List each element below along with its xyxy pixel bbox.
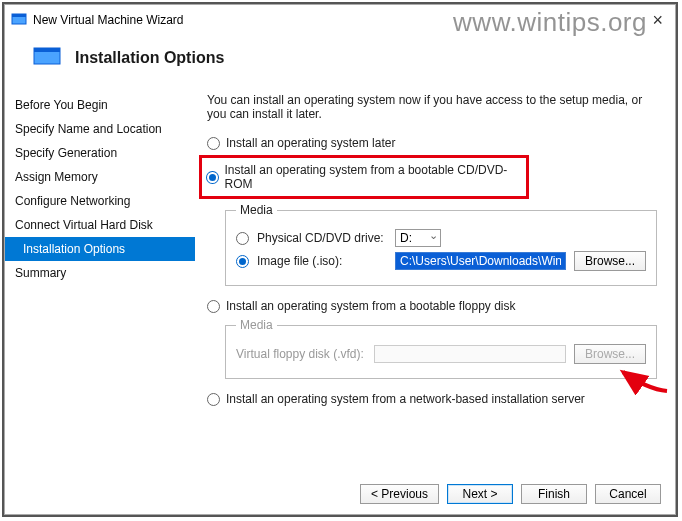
- option-label: Install an operating system later: [226, 136, 395, 150]
- sidebar-item-hard-disk[interactable]: Connect Virtual Hard Disk: [5, 213, 195, 237]
- option-label: Install an operating system from a boota…: [226, 299, 516, 313]
- radio-icon: [236, 255, 249, 268]
- titlebar: New Virtual Machine Wizard ×: [5, 5, 675, 35]
- wizard-window: New Virtual Machine Wizard × www.wintips…: [4, 4, 676, 515]
- finish-button[interactable]: Finish: [521, 484, 587, 504]
- window-title: New Virtual Machine Wizard: [33, 13, 184, 27]
- wizard-main: You can install an operating system now …: [195, 93, 675, 473]
- image-file-label: Image file (.iso):: [257, 254, 387, 268]
- browse-button-vfd: Browse...: [574, 344, 646, 364]
- sidebar-item-summary[interactable]: Summary: [5, 261, 195, 285]
- vfd-input: [374, 345, 566, 363]
- sidebar-item-generation[interactable]: Specify Generation: [5, 141, 195, 165]
- browse-button-iso[interactable]: Browse...: [574, 251, 646, 271]
- svg-rect-3: [34, 48, 60, 52]
- option-install-network[interactable]: Install an operating system from a netwo…: [207, 389, 657, 409]
- media-group-cd: Media Physical CD/DVD drive: D: Image fi…: [225, 203, 657, 286]
- image-file-input[interactable]: [395, 252, 566, 270]
- svg-rect-1: [12, 14, 26, 17]
- radio-icon: [207, 300, 220, 313]
- cancel-button[interactable]: Cancel: [595, 484, 661, 504]
- previous-button[interactable]: < Previous: [360, 484, 439, 504]
- sidebar-item-name-location[interactable]: Specify Name and Location: [5, 117, 195, 141]
- next-button[interactable]: Next >: [447, 484, 513, 504]
- option-label: Install an operating system from a boota…: [225, 163, 522, 191]
- media-legend: Media: [236, 318, 277, 332]
- radio-icon: [236, 232, 249, 245]
- physical-drive-option[interactable]: Physical CD/DVD drive: D:: [236, 229, 646, 247]
- media-group-floppy: Media Virtual floppy disk (.vfd): Browse…: [225, 318, 657, 379]
- image-file-option[interactable]: Image file (.iso): Browse...: [236, 251, 646, 271]
- sidebar-item-install-options[interactable]: Installation Options: [5, 237, 195, 261]
- media-legend: Media: [236, 203, 277, 217]
- close-button[interactable]: ×: [646, 10, 669, 31]
- physical-drive-select[interactable]: D:: [395, 229, 441, 247]
- wizard-icon: [11, 11, 33, 30]
- option-install-floppy[interactable]: Install an operating system from a boota…: [207, 296, 657, 316]
- wizard-sidebar: Before You Begin Specify Name and Locati…: [5, 93, 195, 473]
- wizard-footer: < Previous Next > Finish Cancel: [360, 484, 661, 504]
- intro-text: You can install an operating system now …: [207, 93, 657, 121]
- option-install-later[interactable]: Install an operating system later: [207, 133, 657, 153]
- sidebar-item-before-begin[interactable]: Before You Begin: [5, 93, 195, 117]
- vfd-label: Virtual floppy disk (.vfd):: [236, 347, 366, 361]
- highlight-box: Install an operating system from a boota…: [199, 155, 529, 199]
- option-label: Install an operating system from a netwo…: [226, 392, 585, 406]
- radio-icon: [207, 137, 220, 150]
- radio-icon: [206, 171, 219, 184]
- radio-icon: [207, 393, 220, 406]
- option-install-cd[interactable]: Install an operating system from a boota…: [206, 160, 522, 194]
- physical-drive-label: Physical CD/DVD drive:: [257, 231, 387, 245]
- page-title: Installation Options: [75, 49, 224, 67]
- wizard-header: Installation Options: [5, 35, 675, 93]
- sidebar-item-memory[interactable]: Assign Memory: [5, 165, 195, 189]
- sidebar-item-networking[interactable]: Configure Networking: [5, 189, 195, 213]
- header-icon: [33, 45, 61, 71]
